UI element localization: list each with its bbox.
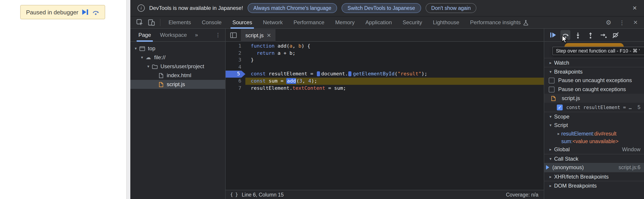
step-out-icon[interactable] — [586, 30, 596, 40]
scope-section-header[interactable]: Scope — [544, 112, 644, 121]
editor-tab-close-icon[interactable] — [267, 31, 271, 39]
more-options-icon[interactable] — [616, 16, 628, 28]
gutter-line-5-breakpoint[interactable]: 5 — [226, 71, 246, 78]
scope-var-sum[interactable]: sum : <value unavailable> — [544, 137, 644, 145]
tab-performance-insights[interactable]: Performance insights — [465, 16, 534, 28]
scope-global-group[interactable]: Global Window — [544, 145, 644, 154]
breakpoint-checkbox-checked[interactable] — [557, 104, 563, 110]
breakpoint-file-group[interactable]: script.js — [544, 94, 644, 103]
tree-item-top[interactable]: top — [130, 44, 225, 53]
code-token: resultElement = — [266, 71, 316, 77]
code-line-5[interactable]: const resultElement = document.getElemen… — [246, 71, 544, 78]
coverage-label[interactable]: Coverage: n/a — [506, 192, 538, 198]
inspect-icon[interactable] — [134, 16, 146, 28]
tree-item-project-folder[interactable]: Users/user/project — [130, 62, 225, 71]
code-token: "result" — [398, 71, 421, 77]
inline-breakpoint-chip-icon[interactable] — [348, 72, 352, 76]
code-token: resultElement. — [251, 85, 292, 91]
gutter-line-3[interactable]: 3 — [226, 56, 246, 63]
devtools-infobar: DevTools is now available in Japanese! A… — [130, 0, 644, 16]
breakpoint-entry[interactable]: const resultElement = doc… 5 — [544, 103, 644, 112]
tree-item-label: index.html — [167, 72, 191, 78]
deactivate-breakpoints-icon[interactable] — [611, 30, 621, 40]
tab-elements[interactable]: Elements — [163, 16, 196, 28]
dom-breakpoints-title: DOM Breakpoints — [554, 183, 596, 189]
gutter-line-4[interactable]: 4 — [226, 64, 246, 71]
tab-performance-insights-label: Performance insights — [470, 19, 521, 25]
chevron-down-icon[interactable] — [146, 64, 151, 69]
call-stack-frame-current[interactable]: (anonymous) script.js:6 — [544, 163, 644, 172]
settings-gear-icon[interactable] — [603, 16, 614, 28]
pretty-print-icon[interactable] — [230, 192, 238, 198]
call-stack-section-header[interactable]: Call Stack — [544, 154, 644, 163]
toolbar-separator — [160, 19, 160, 26]
scope-global-label: Global — [554, 146, 570, 153]
code-token: b — [298, 43, 301, 49]
switch-devtools-japanese-button[interactable]: Switch DevTools to Japanese — [342, 3, 421, 13]
resume-icon[interactable] — [548, 30, 558, 40]
code-line-3[interactable]: } — [246, 56, 544, 63]
code-line-7[interactable]: resultElement.textContent = sum; — [246, 85, 544, 92]
tab-sources[interactable]: Sources — [227, 16, 258, 28]
code-token: = sum; — [325, 85, 346, 91]
editor-gutter: 1234567 — [226, 43, 246, 92]
scope-script-group[interactable]: Script — [544, 121, 644, 130]
tab-lighthouse[interactable]: Lighthouse — [428, 16, 464, 28]
gutter-line-7[interactable]: 7 — [226, 85, 246, 92]
toggle-navigator-icon[interactable] — [228, 30, 238, 40]
gutter-line-1[interactable]: 1 — [226, 43, 246, 50]
pause-uncaught-checkbox[interactable] — [549, 77, 554, 83]
pause-caught-exceptions-row[interactable]: Pause on caught exceptions — [544, 85, 644, 94]
xhr-breakpoints-section-header[interactable]: XHR/fetch Breakpoints — [544, 172, 644, 181]
tab-application[interactable]: Application — [360, 16, 397, 28]
page-scrollbar[interactable] — [126, 0, 130, 199]
folder-icon — [151, 64, 158, 69]
navigator-menu-icon[interactable] — [215, 32, 225, 38]
always-match-language-button[interactable]: Always match Chrome's language — [248, 3, 337, 13]
step-over-icon[interactable] — [92, 9, 100, 15]
more-tabs-icon[interactable] — [192, 32, 201, 38]
scope-var-resultelement[interactable]: resultElement : div#result — [544, 130, 644, 137]
chevron-down-icon — [548, 123, 553, 127]
chevron-down-icon — [548, 156, 553, 161]
code-line-1[interactable]: function add(a, b) { — [246, 43, 544, 50]
code-line-2[interactable]: return a + b; — [246, 50, 544, 56]
tab-security[interactable]: Security — [397, 16, 428, 28]
resume-script-icon[interactable] — [82, 9, 88, 15]
tab-console[interactable]: Console — [196, 16, 227, 28]
code-line-6-paused[interactable]: const sum = add(3, 4); — [246, 78, 544, 85]
tree-item-indexhtml[interactable]: index.html — [130, 71, 225, 80]
inline-breakpoint-chip-icon[interactable] — [316, 72, 320, 76]
chevron-down-icon[interactable] — [133, 46, 138, 51]
navigator-tab-page[interactable]: Page — [135, 28, 154, 41]
dom-breakpoints-section-header[interactable]: DOM Breakpoints — [544, 181, 644, 190]
device-toolbar-icon[interactable] — [146, 16, 157, 28]
frame-icon — [138, 46, 146, 51]
pause-uncaught-exceptions-row[interactable]: Pause on uncaught exceptions — [544, 76, 644, 85]
step-icon[interactable] — [598, 30, 608, 40]
infobar-close-icon[interactable] — [632, 4, 638, 12]
tree-item-scriptjs[interactable]: script.js — [130, 80, 225, 89]
editor-code-area: function add(a, b) { return a + b;} cons… — [246, 43, 544, 92]
tree-item-file-scheme[interactable]: file:// — [130, 53, 225, 62]
dont-show-again-button[interactable]: Don't show again — [425, 3, 476, 13]
navigator-tab-workspace[interactable]: Workspace — [156, 28, 190, 41]
var-name: resultElement — [561, 131, 593, 136]
sources-subbar: Page Workspace script.js — [130, 29, 644, 42]
devtools-close-icon[interactable] — [630, 16, 641, 28]
code-token: , — [302, 78, 308, 84]
chevron-right-icon[interactable] — [556, 131, 561, 136]
editor-tab-scriptjs[interactable]: script.js — [241, 29, 276, 41]
tab-memory[interactable]: Memory — [330, 16, 360, 28]
chevron-down-icon[interactable] — [139, 55, 145, 60]
step-into-icon[interactable] — [573, 30, 583, 40]
step-over-icon[interactable] — [560, 30, 570, 40]
gutter-line-2[interactable]: 2 — [226, 50, 246, 56]
pause-caught-checkbox[interactable] — [549, 86, 554, 92]
tab-network[interactable]: Network — [258, 16, 288, 28]
breakpoints-section-header[interactable]: Breakpoints — [544, 67, 644, 76]
tab-performance[interactable]: Performance — [288, 16, 330, 28]
code-line-4[interactable] — [246, 64, 544, 71]
gutter-line-6[interactable]: 6 — [226, 78, 246, 85]
watch-section-header[interactable]: Watch — [544, 58, 644, 67]
